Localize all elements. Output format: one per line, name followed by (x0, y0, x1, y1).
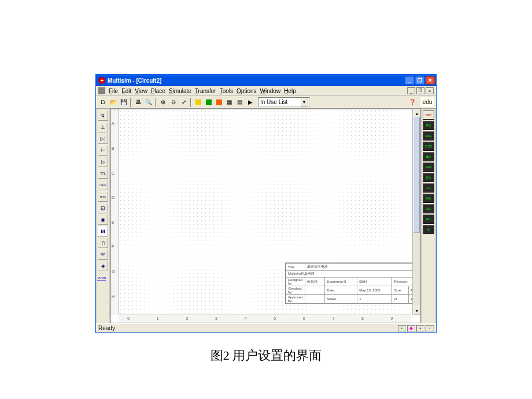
title-block: Title: 单管放大电路 Multisim仿真电路 Designed by: … (285, 263, 418, 304)
new-button[interactable]: 🗋 (98, 97, 108, 107)
tb-date-lbl: Date: (325, 286, 357, 295)
tb-title-lbl: Title: (286, 264, 305, 271)
titlebar: ✦ Multisim - [Circuit2] _ ❐ ✕ (96, 75, 436, 86)
logic-converter-button[interactable]: LA (423, 183, 434, 193)
window-title: Multisim - [Circuit2] (108, 77, 405, 84)
tb-checked-lbl: Checked by: (286, 286, 305, 295)
open-button[interactable]: 📂 (108, 97, 118, 107)
rf-button[interactable]: RF (98, 249, 108, 260)
education-link[interactable]: .com (97, 276, 109, 280)
canvas-container: A B C D E F G H Ti (110, 109, 421, 323)
multisim-window: ✦ Multisim - [Circuit2] _ ❐ ✕ File Edit … (95, 74, 437, 333)
horizontal-ruler: 0 1 2 3 4 5 6 7 8 9 (119, 315, 411, 323)
minimize-button[interactable]: _ (405, 76, 414, 84)
menu-transfer[interactable]: Transfer (195, 88, 216, 94)
mdi-restore[interactable]: ❐ (416, 87, 424, 94)
schematic-canvas[interactable]: Title: 单管放大电路 Multisim仿真电路 Designed by: … (119, 109, 420, 315)
toggle-2-button[interactable] (204, 97, 213, 107)
logic-analyzer-button[interactable]: DA (423, 173, 434, 182)
maximize-button[interactable]: ❐ (415, 76, 424, 84)
vertical-scrollbar[interactable]: ▲ ▼ (412, 109, 420, 315)
mdi-close[interactable]: × (426, 87, 434, 94)
doc-name: [Circuit2] (136, 77, 161, 84)
menu-help[interactable]: Help (284, 88, 296, 94)
network-analyzer-button[interactable]: FC (423, 215, 434, 224)
electromech-button[interactable]: ⎍ (98, 238, 108, 248)
ruler-tick: A (112, 121, 114, 125)
menu-tools[interactable]: Tools (220, 88, 233, 94)
run-button[interactable]: ▶ (245, 97, 255, 107)
bode-plotter-button[interactable]: BD (423, 152, 434, 161)
ruler-tick: H (112, 294, 114, 298)
distortion-button[interactable]: NA (423, 194, 434, 203)
edu-button[interactable]: edu (420, 97, 434, 107)
zoom-in-button[interactable]: ⊕ (158, 97, 168, 107)
ruler-tick: 8 (361, 316, 364, 320)
tb-title-val: 单管放大电路 (305, 264, 417, 271)
indicator-button[interactable]: ◉ (98, 215, 108, 225)
tb-sheet-lbl: Sheet (325, 295, 357, 304)
freq-counter-button[interactable]: IV (423, 225, 434, 234)
component-button[interactable]: ▤ (235, 97, 245, 107)
separator (190, 98, 191, 107)
in-use-list-label: In Use List (260, 99, 287, 105)
scroll-thumb[interactable] (413, 117, 420, 233)
spectrum-button[interactable]: SA (423, 204, 434, 213)
misc-digital-button[interactable]: MISC (98, 191, 108, 202)
status-icon-1: ▪ (398, 325, 406, 332)
menu-options[interactable]: Options (237, 88, 256, 94)
transistor-button[interactable]: ⊢ (98, 145, 108, 156)
wattmeter-button[interactable]: WG (423, 131, 434, 141)
menu-file[interactable]: File (109, 88, 118, 94)
separator (130, 98, 131, 107)
analog-button[interactable]: ▷ (98, 157, 108, 167)
save-button[interactable]: 💾 (119, 97, 128, 107)
ttl-button[interactable]: TTL (98, 168, 108, 179)
scroll-up-button[interactable]: ▲ (413, 109, 421, 117)
cmos-button[interactable]: CMOS (98, 180, 108, 190)
toggle-3-button[interactable] (214, 97, 224, 107)
menu-view[interactable]: View (135, 88, 147, 94)
ruler-tick: C (112, 171, 114, 175)
misc-button[interactable]: M (98, 226, 108, 237)
toggle-1-button[interactable] (193, 97, 203, 107)
tb-docnum-lbl: Document N (325, 278, 357, 286)
ruler-tick: D (112, 195, 114, 200)
close-button[interactable]: ✕ (426, 76, 435, 84)
figure-caption: 图2 用户设置的界面 (0, 347, 532, 364)
ruler-tick: 3 (215, 316, 217, 320)
basic-button[interactable]: ⊥ (98, 122, 108, 132)
scroll-down-button[interactable]: ▼ (413, 306, 421, 315)
vertical-ruler: A B C D E F G H (110, 109, 119, 315)
menu-edit[interactable]: Edit (121, 88, 131, 94)
tb-sheet-val: 1 (357, 295, 392, 304)
statusbar: Ready ▪ ◆ ▪ ▪ (96, 323, 436, 332)
mixed-button[interactable]: ⊡ (98, 203, 108, 213)
ruler-tick: 0 (127, 316, 130, 320)
workarea: ↯ ⊥ ▷| ⊢ ▷ TTL CMOS MISC ⊡ ◉ M ⎍ RF ◈ .c… (96, 109, 436, 323)
word-gen-button[interactable]: WM (423, 162, 434, 172)
ruler-tick: F (112, 245, 114, 249)
zoom-fit-button[interactable]: ⤢ (179, 97, 189, 107)
separator (155, 98, 156, 107)
help-button[interactable]: ❓ (405, 97, 419, 107)
database-button[interactable]: ▦ (224, 97, 234, 107)
menu-simulate[interactable]: Simulate (169, 88, 191, 94)
menu-place[interactable]: Place (151, 88, 165, 94)
source-button[interactable]: ↯ (98, 110, 108, 121)
em-button[interactable]: ◈ (98, 261, 108, 271)
status-icon-4: ▪ (426, 325, 434, 332)
mdi-minimize[interactable]: _ (407, 87, 415, 94)
multimeter-button[interactable]: MM (423, 110, 434, 120)
print-preview-button[interactable]: 🔍 (143, 97, 153, 107)
tb-subtitle: Multisim仿真电路 (286, 271, 418, 278)
oscilloscope-button[interactable]: OSC (423, 142, 434, 151)
ruler-tick: 7 (332, 316, 334, 320)
zoom-out-button[interactable]: ⊖ (168, 97, 178, 107)
in-use-list-dropdown[interactable]: In Use List (258, 97, 310, 107)
function-gen-button[interactable]: FG (423, 121, 434, 130)
diode-button[interactable]: ▷| (98, 134, 108, 144)
menu-window[interactable]: Window (260, 88, 281, 94)
tb-date-val: May 13, 2005 (357, 286, 392, 295)
print-button[interactable]: 🖶 (133, 97, 143, 107)
